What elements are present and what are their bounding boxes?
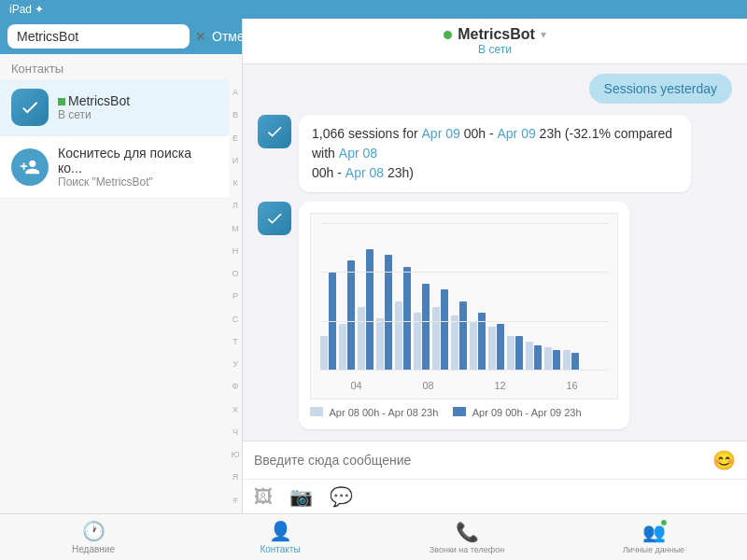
chevron-down-icon[interactable]: ▾ <box>541 28 546 41</box>
x-label-08: 08 <box>422 380 433 391</box>
contact-item-metricsbot[interactable]: MetricsBot В сети <box>0 79 229 136</box>
msg-date-apr08-1: Apr 08 <box>339 146 377 161</box>
bar-gray <box>451 315 458 371</box>
message-row-1: 1,066 sessions for Apr 09 00h - Apr 09 2… <box>258 115 732 192</box>
bar-blue <box>534 345 542 371</box>
bar-blue <box>385 255 392 371</box>
bar-blue <box>553 350 560 371</box>
nav-label-recent: Недавние <box>72 544 115 554</box>
sessions-btn-container: Sessions yesterday <box>258 74 732 115</box>
avatar-metricsbot <box>11 89 49 126</box>
message-bubble-1: 1,066 sessions for Apr 09 00h - Apr 09 2… <box>299 115 691 192</box>
chart-container: 04 08 12 16 <box>310 213 618 399</box>
bot-check-icon <box>265 122 284 141</box>
chat-area: MetricsBot ▾ В сети Sessions yesterday <box>243 19 747 513</box>
status-left: iPad ✦ <box>9 3 44 16</box>
bar-gray <box>526 342 533 371</box>
nav-item-profile[interactable]: 👥 Личные данные <box>560 514 747 560</box>
bar-gray <box>414 313 421 371</box>
input-area: 😊 🖼 📷 💬 <box>243 441 747 513</box>
bar-blue <box>347 260 355 371</box>
bar-group <box>488 324 504 371</box>
nav-item-calls[interactable]: 📞 Звонки на телефон <box>374 514 560 560</box>
bar-gray <box>470 322 477 371</box>
bar-group <box>376 255 392 371</box>
x-label-16: 16 <box>566 380 577 391</box>
contact-items: MetricsBot В сети Коснит <box>0 79 229 513</box>
search-input[interactable] <box>7 24 190 49</box>
phone-icon: 📞 <box>456 521 479 543</box>
contact-status-metricsbot: В сети <box>58 108 218 121</box>
bar-group <box>339 260 355 371</box>
add-person-icon <box>20 157 40 177</box>
nav-item-recent[interactable]: 🕐 Недавние <box>0 514 187 560</box>
bar-gray <box>339 324 346 371</box>
msg-text-1e: 23h) <box>384 165 414 180</box>
toolbar-icons: 🖼 📷 💬 <box>243 479 747 513</box>
contact-item-search[interactable]: Коснитесь для поиска ко... Поиск "Metric… <box>0 136 229 199</box>
legend-item-gray: Apr 08 00h - Apr 08 23h <box>310 407 438 418</box>
msg-text-1a: 1,066 sessions for <box>312 126 422 141</box>
bar-blue <box>441 289 448 371</box>
chat-messages[interactable]: Sessions yesterday 1,066 sessions for Ap… <box>243 64 747 441</box>
camera-icon[interactable]: 📷 <box>289 485 313 508</box>
app-container: iPad ✦ ✕ Отменить Контакты <box>0 0 747 560</box>
bar-group <box>395 267 411 371</box>
main-area: ✕ Отменить Контакты <box>0 19 747 513</box>
clear-search-icon[interactable]: ✕ <box>195 29 206 44</box>
bar-blue <box>571 353 579 371</box>
x-axis: 04 08 12 16 <box>320 380 608 391</box>
contact-name-metricsbot: MetricsBot <box>58 93 218 108</box>
nav-item-contacts[interactable]: 👤 Контакты <box>187 514 374 560</box>
contact-name-search: Коснитесь для поиска ко... <box>58 146 218 175</box>
message-input[interactable] <box>254 453 703 468</box>
bar-blue <box>403 267 411 371</box>
legend-item-blue: Apr 09 00h - Apr 09 23h <box>453 407 581 418</box>
emoji-button[interactable]: 😊 <box>712 449 736 471</box>
msg-date-apr09-1: Apr 09 <box>422 126 460 141</box>
bar-group <box>358 249 374 371</box>
status-bar: iPad ✦ <box>0 0 747 19</box>
nav-label-contacts: Контакты <box>260 544 300 554</box>
bar-group <box>451 301 467 371</box>
x-label-04: 04 <box>350 380 361 391</box>
bar-gray <box>563 350 571 371</box>
chat-header-inner: MetricsBot ▾ В сети <box>444 26 546 56</box>
message-row-chart: 04 08 12 16 Apr 08 00h - Apr 08 23h <box>258 202 732 429</box>
chart-legend: Apr 08 00h - Apr 08 23h Apr 09 00h - Apr… <box>310 407 618 418</box>
badge-dot <box>660 519 668 526</box>
bar-gray <box>432 307 440 371</box>
header-online-dot <box>444 31 452 39</box>
check-icon <box>20 97 40 118</box>
alpha-index: А В Е И К Л М Н О Р С Т У Ф Х Ч Ю <box>229 79 242 513</box>
bot-avatar-1 <box>258 115 291 148</box>
nav-label-calls: Звонки на телефон <box>430 545 504 554</box>
online-dot <box>58 98 65 105</box>
clock-icon: 🕐 <box>82 520 106 542</box>
legend-label-blue: Apr 09 00h - Apr 09 23h <box>472 407 582 418</box>
chat-subtitle: В сети <box>478 43 512 56</box>
image-icon[interactable]: 🖼 <box>254 486 273 508</box>
contacts-header: Контакты <box>0 54 242 79</box>
bar-group <box>320 273 336 371</box>
sidebar: ✕ Отменить Контакты <box>0 19 243 513</box>
sessions-yesterday-button[interactable]: Sessions yesterday <box>589 74 732 104</box>
chat-input-row: 😊 <box>243 441 747 479</box>
bar-gray <box>320 336 328 371</box>
msg-text-1d: 00h - <box>312 165 345 180</box>
msg-text-1b: 00h - <box>460 126 498 141</box>
legend-box-gray <box>310 407 323 416</box>
contacts-icon: 👤 <box>269 520 292 542</box>
bar-group <box>414 284 430 371</box>
bar-group <box>544 347 560 371</box>
chat-bubble-icon[interactable]: 💬 <box>330 485 353 508</box>
chart-bars <box>320 223 608 371</box>
chart-bubble: 04 08 12 16 Apr 08 00h - Apr 08 23h <box>299 202 629 429</box>
avatar-search <box>11 148 49 186</box>
bot-check-icon-2 <box>265 209 284 228</box>
bar-gray <box>488 327 496 371</box>
search-bar: ✕ Отменить <box>0 19 242 54</box>
bar-blue <box>366 249 374 371</box>
bar-group <box>432 289 448 371</box>
bot-avatar-2 <box>258 202 291 235</box>
